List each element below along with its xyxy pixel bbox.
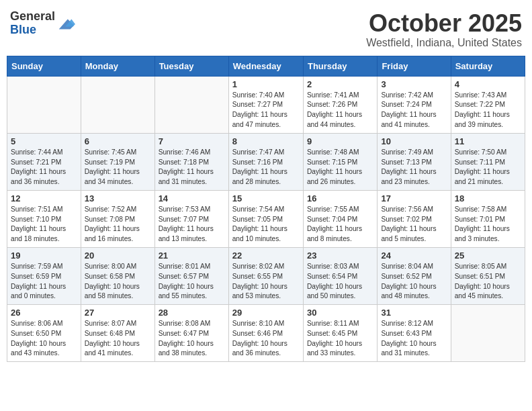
title-area: October 2025 Westfield, Indiana, United … xyxy=(366,10,522,49)
day-number: 20 xyxy=(85,250,151,261)
day-number: 26 xyxy=(11,308,77,318)
day-info: Sunrise: 7:51 AMSunset: 7:10 PMDaylight:… xyxy=(11,205,77,244)
day-info: Sunrise: 8:05 AMSunset: 6:51 PMDaylight:… xyxy=(455,262,521,302)
calendar-header-row: SundayMondayTuesdayWednesdayThursdayFrid… xyxy=(7,56,525,76)
day-number: 30 xyxy=(307,308,373,318)
day-info: Sunrise: 7:53 AMSunset: 7:07 PMDaylight:… xyxy=(159,205,225,244)
calendar-cell: 7Sunrise: 7:46 AMSunset: 7:18 PMDaylight… xyxy=(154,133,228,190)
calendar-week-row: 12Sunrise: 7:51 AMSunset: 7:10 PMDayligh… xyxy=(7,190,525,247)
calendar-cell: 15Sunrise: 7:54 AMSunset: 7:05 PMDayligh… xyxy=(228,190,303,247)
calendar-table: SundayMondayTuesdayWednesdayThursdayFrid… xyxy=(7,56,525,363)
day-number: 9 xyxy=(307,136,373,146)
calendar-week-row: 1Sunrise: 7:40 AMSunset: 7:27 PMDaylight… xyxy=(7,76,525,133)
day-number: 13 xyxy=(85,193,151,203)
calendar-cell xyxy=(81,76,154,133)
logo: General Blue xyxy=(10,10,75,37)
day-number: 16 xyxy=(307,193,373,203)
calendar-cell: 4Sunrise: 7:43 AMSunset: 7:22 PMDaylight… xyxy=(451,76,525,133)
day-number: 22 xyxy=(232,250,300,261)
calendar-cell: 6Sunrise: 7:45 AMSunset: 7:19 PMDaylight… xyxy=(81,133,154,190)
day-info: Sunrise: 7:52 AMSunset: 7:08 PMDaylight:… xyxy=(85,205,151,244)
day-number: 8 xyxy=(232,136,300,146)
day-info: Sunrise: 7:43 AMSunset: 7:22 PMDaylight:… xyxy=(455,91,521,130)
calendar-cell: 2Sunrise: 7:41 AMSunset: 7:26 PMDaylight… xyxy=(303,76,377,133)
day-number: 18 xyxy=(455,193,521,203)
day-info: Sunrise: 7:56 AMSunset: 7:02 PMDaylight:… xyxy=(381,205,447,244)
calendar-cell: 26Sunrise: 8:06 AMSunset: 6:50 PMDayligh… xyxy=(7,305,81,362)
calendar-cell xyxy=(7,76,81,133)
calendar-cell: 24Sunrise: 8:04 AMSunset: 6:52 PMDayligh… xyxy=(378,247,451,304)
calendar-cell: 29Sunrise: 8:10 AMSunset: 6:46 PMDayligh… xyxy=(228,305,303,362)
calendar-cell: 8Sunrise: 7:47 AMSunset: 7:16 PMDaylight… xyxy=(228,133,303,190)
day-number: 27 xyxy=(85,308,151,318)
location-title: Westfield, Indiana, United States xyxy=(366,37,522,49)
calendar-cell: 1Sunrise: 7:40 AMSunset: 7:27 PMDaylight… xyxy=(228,76,303,133)
day-info: Sunrise: 7:42 AMSunset: 7:24 PMDaylight:… xyxy=(381,91,447,130)
day-number: 21 xyxy=(159,250,225,261)
calendar-cell: 28Sunrise: 8:08 AMSunset: 6:47 PMDayligh… xyxy=(154,305,228,362)
calendar-cell: 11Sunrise: 7:50 AMSunset: 7:11 PMDayligh… xyxy=(451,133,525,190)
calendar-cell: 22Sunrise: 8:02 AMSunset: 6:55 PMDayligh… xyxy=(228,247,303,304)
day-number: 2 xyxy=(307,79,373,89)
day-number: 4 xyxy=(455,79,521,89)
calendar-cell: 30Sunrise: 8:11 AMSunset: 6:45 PMDayligh… xyxy=(303,305,377,362)
day-number: 12 xyxy=(11,193,77,203)
day-info: Sunrise: 8:08 AMSunset: 6:47 PMDaylight:… xyxy=(159,319,225,359)
day-number: 28 xyxy=(159,308,225,318)
day-info: Sunrise: 7:41 AMSunset: 7:26 PMDaylight:… xyxy=(307,91,373,130)
month-title: October 2025 xyxy=(366,10,522,37)
day-number: 24 xyxy=(381,250,447,261)
weekday-header: Monday xyxy=(81,56,154,76)
logo-line1: General xyxy=(10,10,55,24)
day-info: Sunrise: 7:54 AMSunset: 7:05 PMDaylight:… xyxy=(232,205,300,244)
calendar-cell: 18Sunrise: 7:58 AMSunset: 7:01 PMDayligh… xyxy=(451,190,525,247)
page-header: General Blue October 2025 Westfield, Ind… xyxy=(7,7,525,49)
logo-icon xyxy=(56,14,75,33)
day-number: 19 xyxy=(11,250,77,261)
day-number: 10 xyxy=(381,136,447,146)
day-info: Sunrise: 7:44 AMSunset: 7:21 PMDaylight:… xyxy=(11,148,77,187)
day-number: 17 xyxy=(381,193,447,203)
calendar-week-row: 26Sunrise: 8:06 AMSunset: 6:50 PMDayligh… xyxy=(7,305,525,362)
day-number: 25 xyxy=(455,250,521,261)
day-info: Sunrise: 8:07 AMSunset: 6:48 PMDaylight:… xyxy=(85,319,151,359)
day-info: Sunrise: 8:04 AMSunset: 6:52 PMDaylight:… xyxy=(381,262,447,302)
day-number: 1 xyxy=(232,79,300,89)
weekday-header: Friday xyxy=(378,56,451,76)
logo-line2: Blue xyxy=(10,24,55,37)
calendar-cell: 14Sunrise: 7:53 AMSunset: 7:07 PMDayligh… xyxy=(154,190,228,247)
day-info: Sunrise: 8:12 AMSunset: 6:43 PMDaylight:… xyxy=(381,319,447,359)
day-number: 11 xyxy=(455,136,521,146)
calendar-cell: 16Sunrise: 7:55 AMSunset: 7:04 PMDayligh… xyxy=(303,190,377,247)
calendar-cell xyxy=(154,76,228,133)
calendar-cell: 27Sunrise: 8:07 AMSunset: 6:48 PMDayligh… xyxy=(81,305,154,362)
day-info: Sunrise: 8:11 AMSunset: 6:45 PMDaylight:… xyxy=(307,319,373,359)
day-info: Sunrise: 7:47 AMSunset: 7:16 PMDaylight:… xyxy=(232,148,300,187)
day-number: 7 xyxy=(159,136,225,146)
day-info: Sunrise: 8:02 AMSunset: 6:55 PMDaylight:… xyxy=(232,262,300,302)
calendar-week-row: 5Sunrise: 7:44 AMSunset: 7:21 PMDaylight… xyxy=(7,133,525,190)
calendar-cell: 31Sunrise: 8:12 AMSunset: 6:43 PMDayligh… xyxy=(378,305,451,362)
day-info: Sunrise: 8:01 AMSunset: 6:57 PMDaylight:… xyxy=(159,262,225,302)
day-number: 14 xyxy=(159,193,225,203)
calendar-cell: 21Sunrise: 8:01 AMSunset: 6:57 PMDayligh… xyxy=(154,247,228,304)
day-info: Sunrise: 7:50 AMSunset: 7:11 PMDaylight:… xyxy=(455,148,521,187)
calendar-cell xyxy=(451,305,525,362)
day-info: Sunrise: 8:06 AMSunset: 6:50 PMDaylight:… xyxy=(11,319,77,359)
calendar-cell: 25Sunrise: 8:05 AMSunset: 6:51 PMDayligh… xyxy=(451,247,525,304)
calendar-cell: 3Sunrise: 7:42 AMSunset: 7:24 PMDaylight… xyxy=(378,76,451,133)
day-info: Sunrise: 7:45 AMSunset: 7:19 PMDaylight:… xyxy=(85,148,151,187)
day-info: Sunrise: 7:46 AMSunset: 7:18 PMDaylight:… xyxy=(159,148,225,187)
day-number: 15 xyxy=(232,193,300,203)
day-info: Sunrise: 7:58 AMSunset: 7:01 PMDaylight:… xyxy=(455,205,521,244)
calendar-cell: 20Sunrise: 8:00 AMSunset: 6:58 PMDayligh… xyxy=(81,247,154,304)
day-info: Sunrise: 8:03 AMSunset: 6:54 PMDaylight:… xyxy=(307,262,373,302)
day-number: 31 xyxy=(381,308,447,318)
day-number: 5 xyxy=(11,136,77,146)
day-info: Sunrise: 7:59 AMSunset: 6:59 PMDaylight:… xyxy=(11,262,77,302)
weekday-header: Thursday xyxy=(303,56,377,76)
calendar-cell: 23Sunrise: 8:03 AMSunset: 6:54 PMDayligh… xyxy=(303,247,377,304)
calendar-cell: 13Sunrise: 7:52 AMSunset: 7:08 PMDayligh… xyxy=(81,190,154,247)
day-info: Sunrise: 7:55 AMSunset: 7:04 PMDaylight:… xyxy=(307,205,373,244)
day-info: Sunrise: 8:10 AMSunset: 6:46 PMDaylight:… xyxy=(232,319,300,359)
